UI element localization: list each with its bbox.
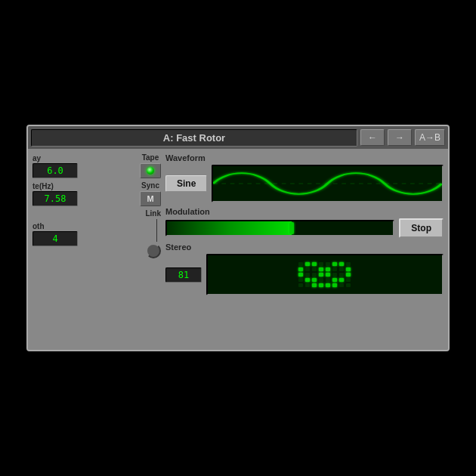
modulation-row: Stop: [165, 218, 444, 238]
waveform-svg: [213, 166, 442, 201]
rate-group: te(Hz) 7.58: [32, 182, 137, 206]
link-line: [156, 219, 157, 242]
depth-label: oth: [32, 222, 142, 230]
sync-button[interactable]: M: [140, 191, 161, 206]
stereo-section: Stereo 81: [165, 243, 444, 295]
stereo-grid-left: [298, 262, 352, 288]
left-panel: ay 6.0 Tape te(Hz) 7.58 Sync: [32, 153, 161, 345]
modulation-thumb: [289, 222, 294, 234]
waveform-section: Waveform Sine: [165, 153, 444, 202]
waveform-button[interactable]: Sine: [165, 175, 207, 192]
stereo-value[interactable]: 81: [165, 267, 202, 283]
modulation-fill: [167, 221, 292, 235]
preset-name: A: Fast Rotor: [31, 129, 357, 147]
next-preset-button[interactable]: →: [388, 129, 412, 146]
stop-button[interactable]: Stop: [399, 218, 444, 238]
depth-group: oth 4: [32, 222, 142, 246]
waveform-display: [212, 165, 444, 202]
stereo-display: [206, 254, 444, 295]
waveform-label: Waveform: [165, 153, 444, 162]
tape-label: Tape: [142, 153, 159, 162]
rate-label: te(Hz): [32, 182, 137, 190]
rate-row: te(Hz) 7.58 Sync M: [32, 181, 161, 206]
stereo-label: Stereo: [165, 243, 444, 252]
link-knob[interactable]: [146, 243, 161, 258]
ab-button[interactable]: A→B: [415, 129, 445, 146]
modulation-section: Modulation Stop: [165, 207, 444, 238]
modulation-slider[interactable]: [165, 220, 394, 236]
tape-led-button[interactable]: [140, 163, 161, 178]
depth-row: oth 4 Link: [32, 209, 161, 258]
tape-control: Tape: [140, 153, 161, 178]
modulation-label: Modulation: [165, 207, 444, 216]
depth-value[interactable]: 4: [32, 231, 78, 246]
delay-value[interactable]: 6.0: [32, 163, 78, 178]
plugin-window: A: Fast Rotor ← → A→B ay 6.0 Tape: [26, 125, 450, 351]
prev-preset-button[interactable]: ←: [360, 129, 385, 146]
link-label: Link: [145, 209, 161, 218]
link-control: Link: [145, 209, 161, 258]
right-panel: Waveform Sine: [165, 153, 444, 345]
main-area: ay 6.0 Tape te(Hz) 7.58 Sync: [28, 149, 448, 350]
rate-value[interactable]: 7.58: [32, 191, 78, 206]
tape-led: [147, 167, 154, 175]
delay-group: ay 6.0: [32, 154, 137, 178]
title-bar: A: Fast Rotor ← → A→B: [28, 126, 448, 149]
sync-control: Sync M: [140, 181, 161, 206]
sync-label: Sync: [141, 181, 159, 190]
delay-label: ay: [32, 154, 137, 162]
stereo-row: 81: [165, 254, 444, 295]
waveform-row: Sine: [165, 165, 444, 202]
delay-row: ay 6.0 Tape: [32, 153, 161, 178]
